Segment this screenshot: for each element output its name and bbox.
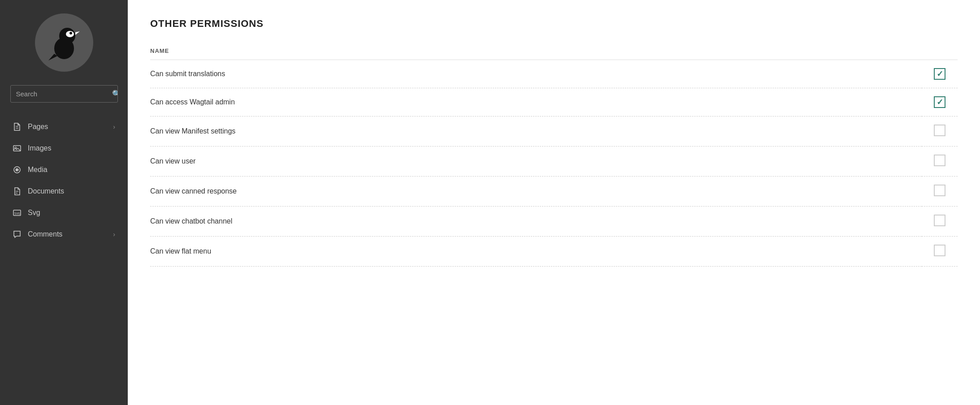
permission-checkbox[interactable] (934, 125, 945, 136)
comments-icon (13, 230, 22, 239)
search-input[interactable] (11, 86, 107, 102)
section-title: OTHER PERMISSIONS (150, 18, 958, 30)
svg-marker-5 (48, 54, 57, 60)
permissions-table: NAME Can submit translationsCan access W… (150, 43, 958, 267)
permissions-body: Can submit translationsCan access Wagtai… (150, 60, 958, 267)
pages-icon (13, 122, 22, 131)
col-name-header: NAME (150, 43, 922, 60)
permission-label: Can view Manifest settings (150, 116, 922, 146)
permission-checkbox-cell[interactable] (922, 177, 958, 207)
table-row: Can submit translations (150, 60, 958, 88)
permission-checkbox[interactable] (934, 155, 945, 166)
permission-checkbox[interactable] (934, 96, 945, 108)
svg-text:SVG: SVG (14, 212, 20, 215)
wagtail-bird-icon (44, 22, 84, 63)
table-row: Can view chatbot channel (150, 207, 958, 237)
svg-icon: SVG (13, 208, 22, 217)
sidebar-item-svg-label: Svg (28, 209, 115, 217)
search-button[interactable]: 🔍 (107, 86, 118, 102)
permission-label: Can view user (150, 146, 922, 177)
svg-marker-4 (75, 31, 80, 35)
comments-arrow-icon: › (113, 231, 115, 238)
permission-checkbox-cell[interactable] (922, 60, 958, 88)
svg-marker-12 (16, 168, 19, 171)
table-row: Can view Manifest settings (150, 116, 958, 146)
svg-point-3 (69, 32, 72, 34)
permission-checkbox-cell[interactable] (922, 237, 958, 267)
permission-checkbox[interactable] (934, 215, 945, 226)
col-checkbox-header (922, 43, 958, 60)
permission-checkbox-cell[interactable] (922, 88, 958, 116)
permission-checkbox-cell[interactable] (922, 116, 958, 146)
main-content: OTHER PERMISSIONS NAME Can submit transl… (128, 0, 980, 405)
sidebar-item-media[interactable]: Media (0, 159, 128, 181)
table-row: Can access Wagtail admin (150, 88, 958, 116)
permission-checkbox[interactable] (934, 68, 945, 80)
table-row: Can view canned response (150, 177, 958, 207)
nav-list: Pages › Images Media Documents SVG (0, 116, 128, 245)
permission-label: Can submit translations (150, 60, 922, 88)
sidebar-item-documents[interactable]: Documents (0, 181, 128, 202)
sidebar-item-pages-label: Pages (28, 123, 113, 131)
sidebar-item-documents-label: Documents (28, 187, 115, 195)
documents-icon (13, 187, 22, 196)
sidebar: 🔍 Pages › Images Media Docum (0, 0, 128, 405)
sidebar-item-images[interactable]: Images (0, 138, 128, 159)
search-bar[interactable]: 🔍 (10, 85, 118, 103)
sidebar-item-comments[interactable]: Comments › (0, 224, 128, 245)
permission-checkbox-cell[interactable] (922, 146, 958, 177)
permission-label: Can view chatbot channel (150, 207, 922, 237)
permission-checkbox-cell[interactable] (922, 207, 958, 237)
images-icon (13, 144, 22, 153)
logo (35, 13, 93, 72)
sidebar-item-images-label: Images (28, 144, 115, 152)
sidebar-item-pages[interactable]: Pages › (0, 116, 128, 138)
sidebar-item-media-label: Media (28, 166, 115, 174)
table-row: Can view user (150, 146, 958, 177)
media-icon (13, 165, 22, 174)
pages-arrow-icon: › (113, 123, 115, 130)
permission-checkbox[interactable] (934, 245, 945, 256)
sidebar-item-comments-label: Comments (28, 230, 113, 238)
table-row: Can view flat menu (150, 237, 958, 267)
permission-label: Can access Wagtail admin (150, 88, 922, 116)
permission-label: Can view flat menu (150, 237, 922, 267)
permission-checkbox[interactable] (934, 185, 945, 196)
permission-label: Can view canned response (150, 177, 922, 207)
sidebar-item-svg[interactable]: SVG Svg (0, 202, 128, 224)
